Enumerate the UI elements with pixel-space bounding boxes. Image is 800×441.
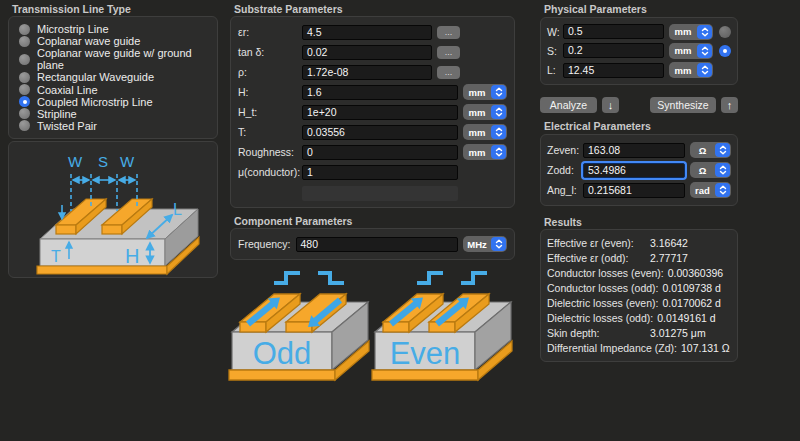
angl-unit-select[interactable]: rad: [690, 182, 731, 198]
radio-icon: [19, 24, 30, 35]
physical-row: W: 0.5 mm: [547, 22, 731, 41]
angl-field[interactable]: 0.215681: [583, 183, 685, 198]
app-window: Transmission Line Type Microstrip Line C…: [0, 0, 800, 441]
mu-conductor-label: μ(conductor):: [238, 166, 302, 178]
component-title: Component Parameters: [234, 215, 352, 227]
l-unit-select[interactable]: mm: [669, 62, 713, 78]
zodd-unit-select[interactable]: Ω: [690, 162, 731, 178]
frequency-unit-select[interactable]: MHz: [463, 236, 507, 252]
h-label: H:: [238, 86, 302, 98]
analyze-button[interactable]: Analyze: [540, 97, 597, 113]
result-value: 107.131 Ω: [681, 341, 730, 356]
action-buttons: Analyze ↓ Synthesize ↑: [540, 97, 738, 113]
s-fix-radio[interactable]: [719, 45, 731, 57]
stepper-icon: [715, 183, 730, 197]
line-type-option-coaxial[interactable]: Coaxial Line: [19, 84, 211, 96]
line-type-option-microstrip[interactable]: Microstrip Line: [19, 23, 211, 35]
h-unit-select[interactable]: mm: [463, 84, 507, 100]
frequency-label: Frequency:: [238, 238, 291, 250]
line-type-title: Transmission Line Type: [12, 3, 131, 15]
t-label: T:: [238, 126, 302, 138]
dim-label-h: H: [125, 245, 139, 267]
s-field[interactable]: 0.2: [563, 43, 664, 58]
result-value: 0.0170062 d: [662, 296, 720, 311]
roughness-unit-select[interactable]: mm: [463, 144, 507, 160]
substrate-row: H_t: 1e+20 mm: [238, 102, 507, 122]
line-type-option-twisted-pair[interactable]: Twisted Pair: [19, 120, 211, 132]
analyze-arrow-down-button[interactable]: ↓: [602, 97, 619, 113]
tand-field[interactable]: 0.02: [302, 45, 432, 60]
cross-section-panel: W S W T H L: [8, 141, 218, 278]
physical-title: Physical Parameters: [544, 3, 647, 15]
tand-more-button[interactable]: ...: [437, 46, 460, 59]
stepper-icon: [715, 163, 730, 177]
substrate-row: ρ: 1.72e-08 ...: [238, 62, 507, 82]
stepper-icon: [491, 85, 506, 99]
zodd-field[interactable]: 53.4986: [583, 163, 685, 178]
rho-field[interactable]: 1.72e-08: [302, 65, 432, 80]
radio-selected-icon: [19, 96, 30, 107]
h-field[interactable]: 1.6: [302, 85, 458, 100]
electrical-panel: Zeven: 163.08 Ω Zodd: 53.4986 Ω Ang_l: 0…: [540, 134, 738, 206]
er-field[interactable]: 4.5: [302, 25, 432, 40]
line-type-option-stripline[interactable]: Stripline: [19, 108, 211, 120]
zeven-label: Zeven:: [547, 144, 583, 156]
radio-icon: [19, 120, 30, 131]
stepper-icon: [491, 145, 506, 159]
even-mode-label: Even: [390, 336, 461, 371]
zeven-unit-select[interactable]: Ω: [690, 142, 731, 158]
substrate-row: tan δ: 0.02 ...: [238, 42, 507, 62]
ht-field[interactable]: 1e+20: [302, 105, 458, 120]
roughness-field[interactable]: 0: [302, 145, 458, 160]
stepper-icon: [697, 44, 712, 58]
result-row: Conductor losses (even):0.00360396: [547, 266, 737, 281]
dim-label-t: T: [51, 248, 61, 265]
dim-label-l: L: [173, 201, 182, 218]
odd-mode-label: Odd: [253, 336, 312, 371]
electrical-row: Zodd: 53.4986 Ω: [547, 160, 731, 180]
result-row: Conductor losses (odd):0.0109738 d: [547, 281, 737, 296]
electrical-title: Electrical Parameters: [544, 120, 651, 132]
w-field[interactable]: 0.5: [563, 24, 664, 39]
stepper-icon: [697, 63, 712, 77]
rho-more-button[interactable]: ...: [437, 66, 460, 79]
line-type-option-rectangular-waveguide[interactable]: Rectangular Waveguide: [19, 71, 211, 83]
w-fix-radio[interactable]: [719, 26, 731, 38]
er-label: εr:: [238, 26, 302, 38]
radio-icon: [19, 72, 30, 83]
physical-row: L: 12.45 mm: [547, 61, 731, 80]
s-unit-select[interactable]: mm: [669, 43, 713, 59]
radio-icon: [19, 108, 30, 119]
line-type-radio-group: Microstrip Line Coplanar wave guide Copl…: [9, 17, 217, 138]
line-type-option-coupled-microstrip[interactable]: Coupled Microstrip Line: [19, 96, 211, 108]
zeven-field[interactable]: 163.08: [583, 143, 685, 158]
l-field[interactable]: 12.45: [563, 63, 664, 78]
mu-conductor-field[interactable]: 1: [302, 165, 458, 180]
line-type-option-coplanar-ground[interactable]: Coplanar wave guide w/ ground plane: [19, 47, 211, 71]
stepper-icon: [491, 237, 506, 251]
electrical-row: Ang_l: 0.215681 rad: [547, 180, 731, 200]
substrate-title: Substrate Parameters: [234, 3, 343, 15]
synthesize-button[interactable]: Synthesize: [650, 97, 716, 113]
rho-label: ρ:: [238, 66, 302, 78]
ht-unit-select[interactable]: mm: [463, 104, 507, 120]
er-more-button[interactable]: ...: [437, 26, 460, 39]
stepper-icon: [697, 25, 712, 39]
substrate-row: H: 1.6 mm: [238, 82, 507, 102]
line-type-option-coplanar[interactable]: Coplanar wave guide: [19, 35, 211, 47]
t-field[interactable]: 0.03556: [302, 125, 458, 140]
stepper-icon: [715, 143, 730, 157]
result-row: Dielectric losses (odd):0.0149161 d: [547, 311, 737, 326]
w-unit-select[interactable]: mm: [669, 24, 713, 40]
substrate-row: εr: 4.5 ...: [238, 22, 507, 42]
synthesize-arrow-up-button[interactable]: ↑: [721, 97, 738, 113]
dim-label-w1: W: [68, 153, 83, 170]
even-mode-diagram: Even: [371, 268, 513, 399]
substrate-panel: εr: 4.5 ... tan δ: 0.02 ... ρ: 1.72e-08 …: [230, 16, 515, 208]
option-label: Coplanar wave guide: [37, 35, 140, 47]
result-value: 0.0109738 d: [662, 281, 720, 296]
option-label: Coupled Microstrip Line: [37, 96, 153, 108]
angl-label: Ang_l:: [547, 184, 583, 196]
frequency-field[interactable]: 480: [296, 237, 458, 252]
t-unit-select[interactable]: mm: [463, 124, 507, 140]
